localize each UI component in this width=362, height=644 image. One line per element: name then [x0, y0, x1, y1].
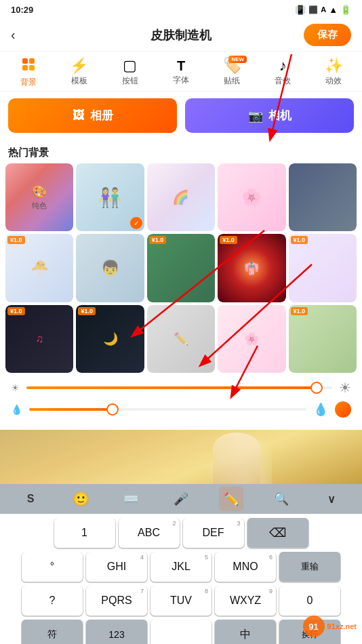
watermark-circle: 91	[303, 616, 325, 637]
key-reset-label: 重输	[301, 561, 319, 573]
key-jkl[interactable]: 5 JKL	[150, 552, 212, 582]
status-icons: 📳 ⬛ A ▲ 🔋	[295, 5, 351, 15]
key-punct[interactable]: 符	[22, 620, 83, 644]
brightness-low-icon: ☀	[11, 382, 20, 393]
emoji-btn[interactable]: 🙂	[68, 487, 93, 511]
brightness-track[interactable]	[26, 386, 332, 389]
search-icon: 🔍	[274, 491, 289, 506]
bg-anime[interactable]: 🌸	[218, 163, 285, 231]
camera-button[interactable]: 📷 相机	[185, 98, 354, 133]
bg-pastel[interactable]: 🌈	[147, 163, 215, 231]
bg-solid-color[interactable]: 🎨 纯色	[5, 163, 73, 231]
camera-icon: 📷	[248, 108, 263, 123]
tab-button[interactable]: ▢ 按钮	[111, 58, 149, 87]
key-pqrs[interactable]: 7 PQRS	[86, 586, 147, 616]
background-tab-icon	[21, 57, 36, 75]
collapse-btn[interactable]: ∨	[319, 487, 344, 511]
key-tuv-label: TUV	[170, 595, 192, 607]
sogou-icon: S	[27, 493, 35, 505]
key-123[interactable]: 123	[86, 620, 147, 644]
price-tag-5: ¥1.0	[7, 307, 25, 315]
brightness-high-icon: ☀	[339, 380, 351, 396]
opacity-slider-row: 💧 💧	[11, 401, 351, 418]
emoji-icon: 🙂	[73, 491, 89, 507]
search-btn[interactable]: 🔍	[269, 487, 294, 511]
key-tuv[interactable]: 8 TUV	[150, 586, 212, 616]
back-button[interactable]: ‹	[11, 27, 16, 43]
bg-forest[interactable]: ¥1.0	[289, 305, 357, 373]
album-button[interactable]: 🖼 相册	[8, 98, 177, 133]
tab-font[interactable]: T 字体	[162, 59, 200, 86]
background-grid: 🎨 纯色 👫 ✓ 🌈 🌸 🐣 ¥1.0 👦 ¥1.0	[0, 163, 362, 373]
tab-effect[interactable]: ✨ 动效	[315, 58, 353, 87]
tab-sticker[interactable]: NEW 🏷️ 贴纸	[213, 58, 251, 87]
mic-btn[interactable]: 🎤	[169, 487, 193, 511]
tab-background-label: 背景	[20, 77, 37, 88]
tab-template[interactable]: ⚡ 模板	[60, 58, 98, 87]
album-icon: 🖼	[73, 108, 85, 123]
key-mno-number: 6	[269, 554, 273, 561]
key-punct-label: 符	[47, 628, 57, 641]
price-tag-4: ¥1.0	[291, 236, 308, 244]
bg-soft-purple[interactable]: ¥1.0	[289, 234, 357, 302]
sogou-btn[interactable]: S	[18, 487, 43, 511]
tab-effect-label: 动效	[325, 75, 342, 87]
key-question[interactable]: ?	[22, 586, 83, 616]
keyboard-icon: ⌨️	[123, 491, 138, 506]
mic-icon: 🎤	[174, 491, 188, 506]
key-123-label: 123	[108, 629, 124, 640]
key-wxyz[interactable]: 9 WXYZ	[215, 586, 276, 616]
header: ‹ 皮肤制造机 保存	[0, 19, 362, 52]
battery-icon: 🔋	[340, 5, 351, 15]
album-label: 相册	[90, 108, 113, 123]
wifi-icon: ▲	[329, 5, 338, 15]
key-delete[interactable]: ⌫	[247, 518, 308, 548]
price-tag-2: ¥1.0	[149, 236, 167, 244]
key-1[interactable]: 1	[54, 518, 115, 548]
key-dot[interactable]: °	[22, 552, 83, 582]
status-bar: 10:29 📳 ⬛ A ▲ 🔋	[0, 0, 362, 19]
key-abc[interactable]: 2 ABC	[119, 518, 180, 548]
key-wxyz-label: WXYZ	[230, 595, 261, 607]
key-mno-label: MNO	[233, 561, 258, 573]
opacity-track[interactable]	[29, 408, 306, 411]
price-tag-6: ¥1.0	[78, 307, 96, 315]
bg-green-dark[interactable]: ¥1.0	[147, 234, 215, 302]
price-tag-7: ¥1.0	[291, 307, 308, 315]
key-mno[interactable]: 6 MNO	[215, 552, 276, 582]
bg-boy[interactable]: 👦	[76, 234, 144, 302]
page-title: 皮肤制造机	[150, 27, 212, 43]
color-dot[interactable]	[335, 401, 351, 418]
key-dot-label: °	[50, 561, 54, 573]
bg-cute[interactable]: 🐣 ¥1.0	[5, 234, 73, 302]
save-button[interactable]: 保存	[304, 24, 351, 46]
bg-moon[interactable]: 🌙 ¥1.0	[76, 305, 144, 373]
tab-music[interactable]: ♪ 音效	[264, 58, 302, 87]
pen-btn[interactable]: ✏️	[219, 487, 243, 511]
bg-dark1[interactable]: ♫ ¥1.0	[5, 305, 73, 373]
font-tab-icon: T	[177, 59, 185, 73]
key-space[interactable]	[150, 620, 212, 644]
key-0[interactable]: 0	[279, 586, 340, 616]
bg-glow[interactable]: 👘 ¥1.0	[218, 234, 285, 302]
keyboard-btn[interactable]: ⌨️	[119, 487, 143, 511]
hot-background-title: 热门背景	[0, 140, 362, 163]
watermark-text: 91xz.net	[327, 622, 357, 630]
bg-sakura[interactable]: 🌸	[218, 305, 285, 373]
key-def-number: 3	[237, 520, 240, 527]
brightness-slider-row: ☀ ☀	[11, 380, 351, 396]
key-ghi[interactable]: 4 GHI	[86, 552, 147, 582]
bg-couple[interactable]: 👫 ✓	[76, 163, 144, 231]
tab-font-label: 字体	[173, 75, 189, 86]
opacity-low-icon: 💧	[11, 404, 22, 415]
key-reset[interactable]: 重输	[279, 552, 340, 582]
space-label	[176, 628, 186, 642]
key-chinese[interactable]: 中	[215, 620, 276, 644]
bg-char[interactable]	[289, 163, 357, 231]
new-badge: NEW	[228, 56, 247, 63]
svg-rect-3	[29, 65, 35, 71]
bg-sketch[interactable]: ✏️	[147, 305, 215, 373]
key-def[interactable]: 3 DEF	[183, 518, 244, 548]
action-buttons: 🖼 相册 📷 相机	[0, 92, 362, 140]
tab-background[interactable]: 背景	[9, 57, 47, 88]
